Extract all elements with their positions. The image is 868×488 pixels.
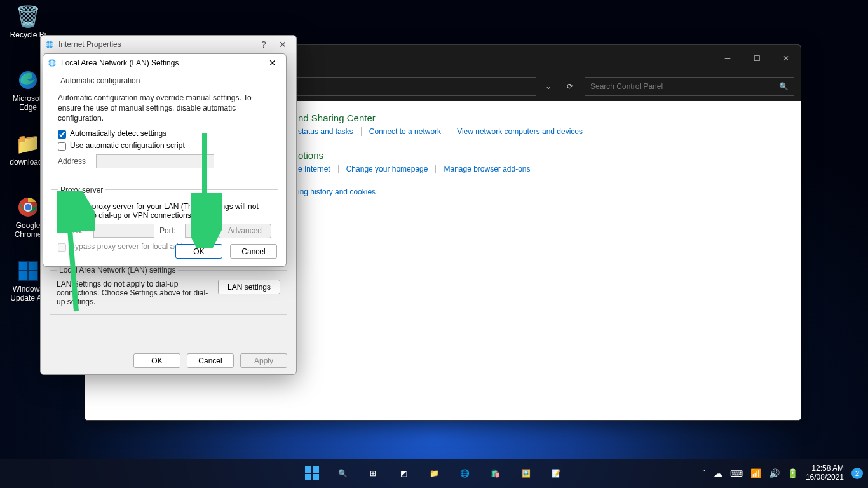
ok-button[interactable]: OK [133, 353, 180, 368]
auto-config-legend: Automatic configuration [58, 76, 142, 85]
refresh-button[interactable]: ⟳ [560, 82, 580, 91]
control-panel-search[interactable]: 🔍 [585, 77, 794, 96]
use-proxy-checkbox-row[interactable]: Use a proxy server for your LAN (These s… [58, 202, 271, 220]
task-view-button[interactable]: ⊞ [360, 461, 386, 486]
dialog-footer: OK Cancel [43, 244, 286, 259]
apply-button[interactable]: Apply [240, 353, 287, 368]
lan-settings-group: Local Area Network (LAN) settings LAN Se… [50, 266, 287, 315]
taskbar-app2-button[interactable]: 📝 [543, 461, 569, 486]
link-connect-network[interactable]: Connect to a network [361, 127, 449, 136]
minimize-button[interactable]: ─ [713, 45, 742, 72]
script-address-input[interactable] [96, 154, 214, 168]
lan-dialog-body: Automatic configuration Automatic config… [43, 71, 286, 262]
auto-script-label: Use automatic configuration script [70, 141, 185, 150]
taskbar-app-button[interactable]: 🖼️ [513, 461, 538, 486]
use-proxy-checkbox[interactable] [58, 203, 66, 212]
svg-rect-18 [313, 474, 319, 480]
svg-rect-7 [19, 271, 27, 280]
search-icon: 🔍 [338, 469, 348, 478]
section-heading-network-sharing: nd Sharing Center [298, 112, 789, 123]
widgets-icon: ◩ [400, 469, 407, 478]
close-button[interactable]: ✕ [263, 58, 282, 68]
taskbar-center: 🔍 ⊞ ◩ 📁 🌐 🛍️ 🖼️ 📝 [299, 461, 569, 486]
taskbar-explorer-button[interactable]: 📁 [421, 461, 447, 486]
script-address-label: Address [58, 157, 91, 166]
wifi-icon[interactable]: 📶 [750, 468, 761, 478]
svg-rect-17 [305, 474, 311, 480]
cancel-button[interactable]: Cancel [187, 353, 234, 368]
onedrive-icon[interactable]: ☁ [714, 468, 722, 478]
dialog-title-text: Internet Properties [58, 40, 254, 49]
desktop-icon-recycle-bin[interactable]: 🗑️ Recycle Bi [4, 4, 52, 39]
auto-detect-checkbox-row[interactable]: Automatically detect settings [58, 129, 271, 139]
maximize-button[interactable]: ☐ [742, 45, 771, 72]
section-heading-internet-options: otions [298, 150, 789, 161]
link-change-homepage[interactable]: Change your homepage [338, 165, 436, 173]
ok-button[interactable]: OK [175, 244, 222, 259]
close-button[interactable]: ✕ [771, 45, 801, 72]
svg-rect-16 [313, 466, 319, 473]
search-input[interactable] [590, 82, 774, 91]
internet-properties-body: Local Area Network (LAN) settings LAN Se… [50, 266, 287, 341]
link-browsing-history[interactable]: ing history and cookies [298, 187, 383, 196]
start-button[interactable] [299, 461, 325, 486]
link-internet[interactable]: e Internet [298, 165, 338, 173]
lan-settings-legend: Local Area Network (LAN) settings [57, 266, 178, 274]
proxy-port-input[interactable] [185, 224, 213, 238]
link-manage-addons[interactable]: Manage browser add-ons [435, 165, 538, 173]
tray-overflow-button[interactable]: ˄ [702, 468, 706, 478]
app-icon: 🖼️ [521, 469, 531, 478]
proxy-address-input[interactable] [93, 224, 154, 238]
proxy-advanced-button[interactable]: Advanced [219, 224, 271, 238]
proxy-legend: Proxy server [58, 186, 105, 194]
auto-detect-checkbox[interactable] [58, 130, 66, 139]
auto-script-checkbox-row[interactable]: Use automatic configuration script [58, 141, 271, 151]
search-icon: 🔍 [774, 82, 789, 91]
link-view-network-computers[interactable]: View network computers and devices [449, 127, 590, 136]
auto-script-checkbox[interactable] [58, 142, 66, 151]
notification-badge[interactable]: 2 [851, 468, 863, 479]
clock-date: 16/08/2021 [806, 473, 844, 482]
svg-rect-6 [29, 262, 37, 270]
section-links: e Internet Change your homepage Manage b… [298, 165, 789, 173]
cancel-button[interactable]: Cancel [230, 244, 277, 259]
edge-icon: 🌐 [460, 469, 470, 478]
svg-rect-15 [305, 466, 311, 473]
link-network-status[interactable]: status and tasks [298, 127, 361, 136]
widgets-button[interactable]: ◩ [391, 461, 416, 486]
lan-settings-dialog: Local Area Network (LAN) Settings ✕ Auto… [43, 53, 287, 267]
auto-detect-label: Automatically detect settings [70, 129, 166, 138]
taskbar: 🔍 ⊞ ◩ 📁 🌐 🛍️ 🖼️ 📝 ˄ ☁ ⌨ 📶 🔊 🔋 12:58 AM 1… [0, 459, 868, 488]
close-button[interactable]: ✕ [273, 39, 292, 50]
lan-settings-description: LAN Settings do not apply to dial-up con… [57, 280, 209, 306]
taskbar-search-button[interactable]: 🔍 [330, 461, 355, 486]
recycle-bin-icon: 🗑️ [4, 4, 52, 29]
internet-options-icon [47, 58, 57, 68]
dialog-titlebar[interactable]: Local Area Network (LAN) Settings ✕ [43, 54, 286, 71]
section-links: status and tasks Connect to a network Vi… [298, 127, 789, 136]
dialog-title-text: Local Area Network (LAN) Settings [61, 58, 263, 67]
keyboard-icon[interactable]: ⌨ [730, 468, 743, 478]
auto-config-note: Automatic configuration may override man… [58, 93, 271, 124]
taskbar-clock[interactable]: 12:58 AM 16/08/2021 [806, 464, 844, 482]
dialog-titlebar[interactable]: Internet Properties ? ✕ [41, 36, 296, 53]
taskbar-store-button[interactable]: 🛍️ [482, 461, 508, 486]
use-proxy-label: Use a proxy server for your LAN (These s… [70, 202, 271, 220]
folder-icon: 📁 [430, 469, 439, 478]
volume-icon[interactable]: 🔊 [769, 468, 780, 478]
task-view-icon: ⊞ [370, 469, 376, 478]
svg-point-3 [25, 204, 31, 210]
breadcrumb-dropdown-button[interactable]: ⌄ [541, 82, 555, 91]
lan-settings-button[interactable]: LAN settings [218, 280, 280, 294]
clock-time: 12:58 AM [806, 464, 844, 473]
system-tray: ˄ ☁ ⌨ 📶 🔊 🔋 12:58 AM 16/08/2021 2 [702, 459, 863, 488]
taskbar-edge-button[interactable]: 🌐 [452, 461, 477, 486]
battery-icon[interactable]: 🔋 [787, 468, 798, 478]
svg-rect-8 [29, 271, 37, 280]
proxy-port-label: Port: [159, 226, 180, 235]
section-links: ing history and cookies [298, 187, 789, 196]
app-icon: 📝 [552, 469, 561, 478]
help-button[interactable]: ? [254, 39, 273, 50]
svg-rect-5 [19, 262, 27, 270]
proxy-address-label: ddress: [58, 226, 88, 235]
